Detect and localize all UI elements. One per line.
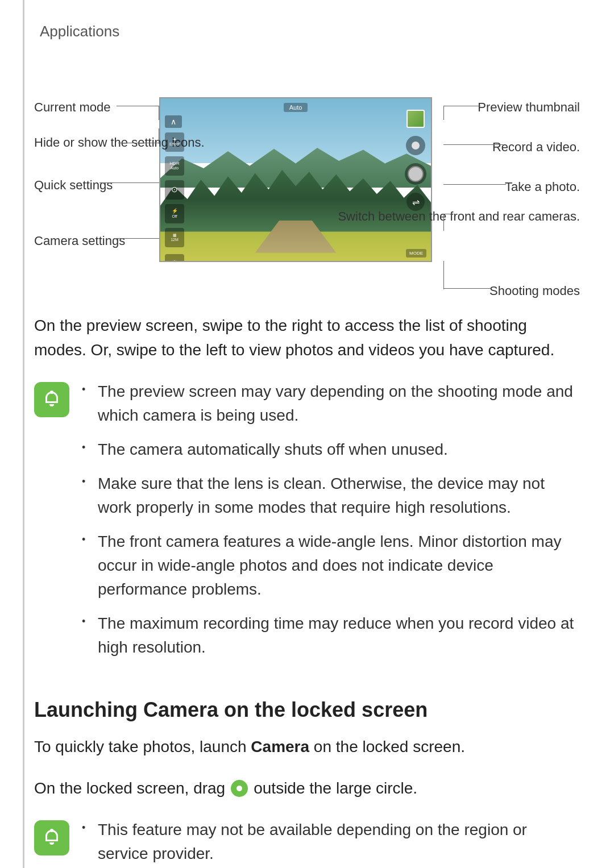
page-container: Applications Auto ∧ ✦Effect <box>0 0 614 868</box>
line-record-video <box>443 144 503 145</box>
vline-preview-thumbnail <box>443 106 444 120</box>
vline-current-mode <box>159 106 159 120</box>
section2-text2-start: On the locked screen, drag <box>34 776 225 800</box>
notice-box-2: • This feature may not be available depe… <box>34 818 580 868</box>
line-take-photo <box>443 184 506 185</box>
line-hide-show <box>118 143 159 143</box>
line-quick-settings <box>99 182 159 183</box>
label-shooting-modes: Shooting modes <box>489 284 580 298</box>
label-switch-cameras: Switch between the front and rear camera… <box>338 208 580 225</box>
label-quick-settings: Quick settings <box>34 178 113 193</box>
line-shooting-modes-h <box>443 288 492 289</box>
bullet-text-5: The maximum recording time may reduce wh… <box>98 612 580 659</box>
bullet-3: • Make sure that the lens is clean. Othe… <box>82 472 580 520</box>
bell-icon <box>43 391 61 409</box>
notice-bullets-1: • The preview screen may vary depending … <box>82 380 580 670</box>
label-current-mode: Current mode <box>34 100 111 115</box>
bullet-1: • The preview screen may vary depending … <box>82 380 580 427</box>
cam-left-icons: ∧ ✦Effect HDRAuto ⊙ ⚡Off <box>165 115 184 262</box>
notice-icon-2 <box>34 820 69 855</box>
cam-bottom-bar: MODE <box>160 249 431 258</box>
label-preview-thumbnail: Preview thumbnail <box>478 100 580 115</box>
bell-body-2 <box>45 830 58 841</box>
bullet-text-3: Make sure that the lens is clean. Otherw… <box>98 472 580 520</box>
bullet-dot-2: • <box>82 440 91 455</box>
label-camera-settings: Camera settings <box>34 234 125 248</box>
hide-show-btn[interactable]: ∧ <box>165 115 182 128</box>
line-current-mode <box>117 106 159 106</box>
line-preview-thumbnail <box>443 106 480 106</box>
flash-icon[interactable]: ⚡Off <box>165 204 184 223</box>
take-photo-btn[interactable] <box>405 163 426 185</box>
camera-drag-icon <box>231 780 248 797</box>
bullet-4: • The front camera features a wide-angle… <box>82 530 580 601</box>
vline-hide-show <box>159 128 159 144</box>
section2-text2: On the locked screen, drag outside the l… <box>34 776 580 800</box>
bullet-text-1: The preview screen may vary depending on… <box>98 380 580 427</box>
section2-text1-end: on the locked screen. <box>314 738 465 755</box>
bullet-2: • The camera automatically shuts off whe… <box>82 438 580 462</box>
camera-screen: Auto ∧ ✦Effect HDRAuto ⊙ ⚡Off <box>159 97 432 262</box>
bell-icon-2 <box>43 829 61 847</box>
bullet-5: • The maximum recording time may reduce … <box>82 612 580 659</box>
resolution-icon[interactable]: ▦12M <box>165 228 184 247</box>
camera-diagram: Auto ∧ ✦Effect HDRAuto ⊙ ⚡Off <box>34 69 580 313</box>
line-camera-settings <box>114 238 159 239</box>
section-title: Applications <box>40 23 580 40</box>
line-shooting-modes-v <box>443 261 444 289</box>
label-record-video: Record a video. <box>492 140 580 155</box>
effect-icon[interactable]: ✦Effect <box>165 132 184 152</box>
bullet-dot-5: • <box>82 614 91 629</box>
preview-thumbnail-btn[interactable] <box>406 110 425 128</box>
body-text-intro: On the preview screen, swipe to the righ… <box>34 313 580 363</box>
record-video-btn[interactable] <box>406 136 425 155</box>
section-heading-2: Launching Camera on the locked screen <box>34 698 580 722</box>
cam-mode-label: Auto <box>284 103 308 112</box>
bullet-dot-3: • <box>82 474 91 489</box>
bell-clapper <box>49 404 54 406</box>
hdr-icon[interactable]: HDRAuto <box>165 156 184 176</box>
left-border <box>23 0 24 868</box>
cam-right-btns: ⇌ <box>405 110 426 211</box>
camera-drag-dot <box>237 786 242 791</box>
quick-settings-icon[interactable]: ⊙ <box>165 180 184 200</box>
bullet-dot-4: • <box>82 532 91 547</box>
section2-text1-start: To quickly take photos, launch <box>34 738 247 755</box>
section2-text1-bold: Camera <box>251 738 309 755</box>
notice-bullets-2: • This feature may not be available depe… <box>82 818 580 868</box>
vline-switch-cameras <box>443 214 444 231</box>
notice-icon-1 <box>34 382 69 417</box>
bullet2-1: • This feature may not be available depe… <box>82 818 580 866</box>
bullet-dot-1: • <box>82 382 91 397</box>
bullet-text-2: The camera automatically shuts off when … <box>98 438 448 462</box>
bell-body <box>45 392 58 403</box>
bell-clapper-2 <box>49 842 54 845</box>
mode-label-bottom[interactable]: MODE <box>406 249 426 258</box>
bullet-text2-1: This feature may not be available depend… <box>98 818 580 866</box>
cam-top-bar: Auto <box>160 103 431 112</box>
label-take-photo: Take a photo. <box>505 180 580 194</box>
bullet-text-4: The front camera features a wide-angle l… <box>98 530 580 601</box>
line-switch-cameras <box>443 214 452 214</box>
notice-box-1: • The preview screen may vary depending … <box>34 380 580 670</box>
bullet-dot2-1: • <box>82 820 91 836</box>
section2-text1: To quickly take photos, launch Camera on… <box>34 734 580 759</box>
switch-camera-btn[interactable]: ⇌ <box>406 193 425 211</box>
section2-text2-end: outside the large circle. <box>254 776 417 800</box>
